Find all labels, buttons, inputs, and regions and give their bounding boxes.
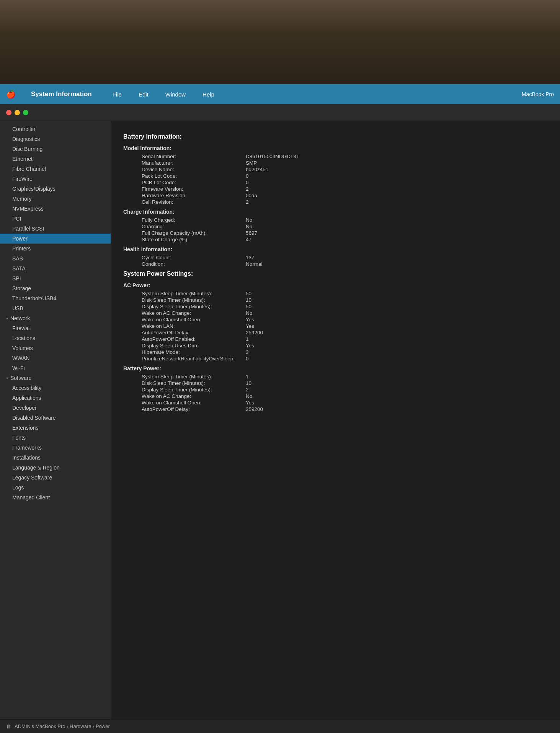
sidebar-item-controller[interactable]: Controller (0, 124, 111, 134)
manufacturer-row: Manufacturer: SMP (123, 160, 548, 166)
condition-value: Normal (246, 261, 263, 267)
batt-wake-on-ac-value: No (246, 393, 252, 399)
batt-autopoweroff-delay-label: AutoPowerOff Delay: (123, 406, 246, 412)
sidebar-item-developer[interactable]: Developer (0, 403, 111, 413)
sidebar-item-usb[interactable]: USB (0, 303, 111, 313)
battery-power-group: Battery Power: System Sleep Timer (Minut… (123, 365, 548, 412)
macbook-label: MacBook Pro (522, 91, 554, 97)
sidebar-item-accessibility[interactable]: Accessibility (0, 383, 111, 393)
menu-file[interactable]: File (110, 90, 124, 99)
sidebar-item-applications[interactable]: Applications (0, 393, 111, 403)
health-info-group: Health Information: Cycle Count: 137 Con… (123, 246, 548, 267)
menu-window[interactable]: Window (163, 90, 188, 99)
sidebar-item-extensions[interactable]: Extensions (0, 423, 111, 433)
ac-prioritize-network-value: 0 (246, 356, 249, 362)
chevron-down-icon: ▾ (6, 316, 8, 321)
ac-wake-on-clamshell-label: Wake on Clamshell Open: (123, 317, 246, 322)
sidebar-item-locations[interactable]: Locations (0, 333, 111, 343)
sidebar-item-ethernet[interactable]: Ethernet (0, 154, 111, 164)
condition-row: Condition: Normal (123, 261, 548, 267)
device-name-value: bq20z451 (246, 167, 268, 172)
full-charge-capacity-row: Full Charge Capacity (mAh): 5697 (123, 230, 548, 236)
ac-system-sleep-label: System Sleep Timer (Minutes): (123, 291, 246, 296)
batt-system-sleep-label: System Sleep Timer (Minutes): (123, 374, 246, 380)
charge-info-group: Charge Information: Fully Charged: No Ch… (123, 208, 548, 243)
model-info-label: Model Information: (123, 145, 171, 151)
chevron-down-icon-software: ▾ (6, 376, 8, 380)
sidebar-item-spi[interactable]: SPI (0, 273, 111, 283)
sidebar-item-memory[interactable]: Memory (0, 194, 111, 204)
ac-wake-on-lan-label: Wake on LAN: (123, 323, 246, 329)
firmware-version-value: 2 (246, 186, 249, 192)
ac-display-sleep-dim-value: Yes (246, 343, 254, 349)
sidebar-item-printers[interactable]: Printers (0, 244, 111, 254)
battery-power-label: Battery Power: (123, 365, 161, 371)
cycle-count-row: Cycle Count: 137 (123, 254, 548, 261)
charging-label: Charging: (123, 224, 246, 229)
sidebar-item-firewall[interactable]: Firewall (0, 323, 111, 333)
ac-display-sleep-dim-label: Display Sleep Uses Dim: (123, 343, 246, 349)
model-info-group: Model Information: Serial Number: D86101… (123, 145, 548, 205)
ac-wake-on-ac-row: Wake on AC Change: No (123, 310, 548, 316)
sidebar-item-frameworks[interactable]: Frameworks (0, 443, 111, 453)
ac-display-sleep-dim-row: Display Sleep Uses Dim: Yes (123, 342, 548, 349)
sidebar-item-firewire[interactable]: FireWire (0, 174, 111, 184)
hardware-revision-label: Hardware Revision: (123, 193, 246, 198)
sidebar-item-power[interactable]: Power (0, 234, 111, 244)
menu-help[interactable]: Help (200, 90, 217, 99)
ac-disk-sleep-row: Disk Sleep Timer (Minutes): 10 (123, 297, 548, 303)
apple-menu-icon[interactable]: 🍎 (6, 90, 16, 99)
ac-autopoweroff-enabled-row: AutoPowerOff Enabled: 1 (123, 336, 548, 342)
sidebar-item-sata[interactable]: SATA (0, 263, 111, 273)
sidebar-item-disc-burning[interactable]: Disc Burning (0, 144, 111, 154)
batt-disk-sleep-row: Disk Sleep Timer (Minutes): 10 (123, 380, 548, 386)
sidebar-item-nvmexpress[interactable]: NVMExpress (0, 204, 111, 214)
condition-label: Condition: (123, 261, 246, 267)
sidebar-item-fonts[interactable]: Fonts (0, 433, 111, 443)
system-power-title: System Power Settings: (123, 270, 548, 277)
sidebar-item-logs[interactable]: Logs (0, 483, 111, 492)
batt-wake-on-clamshell-value: Yes (246, 400, 254, 406)
sidebar-item-thunderbolt-usb4[interactable]: Thunderbolt/USB4 (0, 293, 111, 303)
main-layout: Controller Diagnostics Disc Burning Ethe… (0, 121, 560, 719)
batt-disk-sleep-label: Disk Sleep Timer (Minutes): (123, 380, 246, 386)
sidebar-item-installations[interactable]: Installations (0, 453, 111, 463)
sidebar-item-pci[interactable]: PCI (0, 214, 111, 224)
hardware-revision-row: Hardware Revision: 00aa (123, 192, 548, 199)
serial-number-label: Serial Number: (123, 154, 246, 159)
batt-disk-sleep-value: 10 (246, 380, 251, 386)
ac-disk-sleep-value: 10 (246, 297, 251, 303)
sidebar-section-network-label: Network (10, 315, 30, 321)
device-name-row: Device Name: bq20z451 (123, 166, 548, 173)
sidebar-item-disabled-software[interactable]: Disabled Software (0, 413, 111, 423)
pcb-lot-code-value: 0 (246, 180, 249, 185)
ac-autopoweroff-enabled-label: AutoPowerOff Enabled: (123, 336, 246, 342)
sidebar-item-volumes[interactable]: Volumes (0, 343, 111, 353)
pack-lot-code-label: Pack Lot Code: (123, 173, 246, 179)
minimize-button[interactable] (15, 110, 20, 115)
sidebar-item-wwan[interactable]: WWAN (0, 353, 111, 363)
maximize-button[interactable] (23, 110, 28, 115)
charging-row: Charging: No (123, 223, 548, 230)
ac-prioritize-network-label: PrioritizeNetworkReachabilityOverSleep: (123, 356, 246, 362)
sidebar-item-fibre-channel[interactable]: Fibre Channel (0, 164, 111, 174)
sidebar-item-wifi[interactable]: Wi-Fi (0, 363, 111, 373)
sidebar-item-parallel-scsi[interactable]: Parallel SCSI (0, 224, 111, 234)
menu-edit[interactable]: Edit (136, 90, 151, 99)
fully-charged-value: No (246, 217, 252, 223)
sidebar-item-storage[interactable]: Storage (0, 283, 111, 293)
sidebar-item-sas[interactable]: SAS (0, 254, 111, 263)
sidebar-section-network[interactable]: ▾ Network (0, 313, 111, 323)
close-button[interactable] (6, 110, 11, 115)
sidebar-item-language-region[interactable]: Language & Region (0, 463, 111, 473)
sidebar-item-managed-client[interactable]: Managed Client (0, 492, 111, 502)
sidebar-item-diagnostics[interactable]: Diagnostics (0, 134, 111, 144)
sidebar-section-software[interactable]: ▾ Software (0, 373, 111, 383)
batt-autopoweroff-delay-value: 259200 (246, 406, 263, 412)
ac-prioritize-network-row: PrioritizeNetworkReachabilityOverSleep: … (123, 355, 548, 362)
sidebar-item-legacy-software[interactable]: Legacy Software (0, 473, 111, 483)
sidebar-item-graphics-displays[interactable]: Graphics/Displays (0, 184, 111, 194)
hardware-revision-value: 00aa (246, 193, 257, 198)
ac-power-group: AC Power: System Sleep Timer (Minutes): … (123, 282, 548, 362)
ac-power-label: AC Power: (123, 282, 150, 288)
